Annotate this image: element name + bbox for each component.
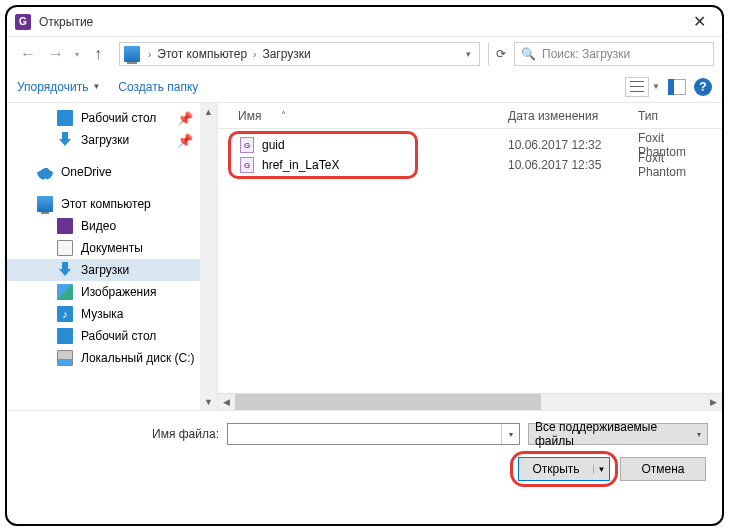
sidebar-item-label: Музыка <box>81 307 123 321</box>
filename-input[interactable]: ▾ <box>227 423 520 445</box>
sidebar-item[interactable]: Видео <box>7 215 201 237</box>
sidebar-item[interactable]: Документы <box>7 237 201 259</box>
download-icon <box>57 262 73 278</box>
column-date[interactable]: Дата изменения <box>498 103 628 128</box>
search-icon: 🔍 <box>521 47 536 61</box>
file-name: guid <box>262 138 285 152</box>
scroll-left-icon[interactable]: ◀ <box>218 394 235 410</box>
filetype-filter[interactable]: Все поддерживаемые файлы ▾ <box>528 423 708 445</box>
disk-icon <box>57 350 73 366</box>
sidebar-item-label: Видео <box>81 219 116 233</box>
chevron-down-icon: ▾ <box>697 430 701 439</box>
column-type-label: Тип <box>638 109 658 123</box>
search-input[interactable]: 🔍 Поиск: Загрузки <box>514 42 714 66</box>
up-icon[interactable]: ↑ <box>85 41 111 67</box>
scroll-thumb[interactable] <box>235 394 541 410</box>
column-type[interactable]: Тип <box>628 103 722 128</box>
desktop-icon <box>57 110 73 126</box>
scroll-down-icon[interactable]: ▼ <box>200 393 217 410</box>
help-icon[interactable]: ? <box>694 78 712 96</box>
file-row[interactable]: Ghref_in_LaTeX10.06.2017 12:35Foxit Phan… <box>218 155 722 175</box>
chevron-down-icon: ▼ <box>92 82 100 91</box>
chevron-right-icon: › <box>148 49 151 60</box>
docs-icon <box>57 240 73 256</box>
open-button[interactable]: Открыть ▼ <box>518 457 610 481</box>
sidebar-item-label: Документы <box>81 241 143 255</box>
filter-label: Все поддерживаемые файлы <box>535 420 693 448</box>
sidebar-scrollbar[interactable]: ▲ ▼ <box>200 103 217 410</box>
sidebar-item[interactable]: Загрузки <box>7 259 201 281</box>
pdf-file-icon: G <box>240 157 254 173</box>
filename-dropdown-icon[interactable]: ▾ <box>501 424 519 444</box>
pin-icon: 📌 <box>177 111 193 126</box>
organize-button[interactable]: Упорядочить ▼ <box>17 80 100 94</box>
sidebar-item-label: Изображения <box>81 285 156 299</box>
video-icon <box>57 218 73 234</box>
sidebar-item[interactable]: Изображения <box>7 281 201 303</box>
search-placeholder: Поиск: Загрузки <box>542 47 630 61</box>
forward-icon[interactable]: → <box>43 41 69 67</box>
sidebar-item-label: Рабочий стол <box>81 329 156 343</box>
preview-pane-icon[interactable] <box>668 79 686 95</box>
list-view-icon <box>625 77 649 97</box>
close-icon[interactable]: ✕ <box>677 7 722 37</box>
scroll-up-icon[interactable]: ▲ <box>200 103 217 120</box>
sidebar-item-label: Загрузки <box>81 263 129 277</box>
refresh-icon[interactable]: ⟳ <box>488 43 512 65</box>
column-name[interactable]: Имя ˄ <box>218 103 498 128</box>
images-icon <box>57 284 73 300</box>
scroll-right-icon[interactable]: ▶ <box>705 394 722 410</box>
filename-label: Имя файла: <box>21 427 219 441</box>
file-list: Gguid10.06.2017 12:32Foxit PhantomGhref_… <box>218 129 722 393</box>
sidebar-item[interactable]: OneDrive <box>7 161 201 183</box>
new-folder-label: Создать папку <box>118 80 198 94</box>
cancel-button[interactable]: Отмена <box>620 457 706 481</box>
dialog-window: G Открытие ✕ ← → ▾ ↑ › Этот компьютер › … <box>5 5 724 526</box>
pin-icon: 📌 <box>177 133 193 148</box>
horizontal-scrollbar[interactable]: ◀ ▶ <box>218 393 722 410</box>
sidebar-item[interactable]: Рабочий стол <box>7 325 201 347</box>
column-name-label: Имя <box>238 109 261 123</box>
new-folder-button[interactable]: Создать папку <box>118 80 198 94</box>
column-date-label: Дата изменения <box>508 109 598 123</box>
breadcrumb-root[interactable]: Этот компьютер <box>155 47 249 61</box>
open-label: Открыть <box>519 462 593 476</box>
sort-asc-icon: ˄ <box>281 110 286 121</box>
file-type: Foxit Phantom <box>628 151 722 179</box>
sidebar-item[interactable]: Этот компьютер <box>7 193 201 215</box>
sidebar-item-label: OneDrive <box>61 165 112 179</box>
desktop-icon <box>57 328 73 344</box>
history-dropdown-icon[interactable]: ▾ <box>71 50 83 59</box>
open-split-icon[interactable]: ▼ <box>593 465 609 474</box>
file-name: href_in_LaTeX <box>262 158 339 172</box>
chevron-right-icon: › <box>253 49 256 60</box>
chevron-down-icon: ▼ <box>652 82 660 91</box>
back-icon[interactable]: ← <box>15 41 41 67</box>
sidebar-item[interactable]: Рабочий стол📌 <box>7 107 201 129</box>
sidebar-item-label: Этот компьютер <box>61 197 151 211</box>
sidebar-item[interactable]: Музыка <box>7 303 201 325</box>
breadcrumb-current[interactable]: Загрузки <box>260 47 312 61</box>
app-icon: G <box>15 14 31 30</box>
footer: Имя файла: ▾ Все поддерживаемые файлы ▾ … <box>7 410 722 495</box>
sidebar-item[interactable]: Загрузки📌 <box>7 129 201 151</box>
titlebar: G Открытие ✕ <box>7 7 722 37</box>
organize-label: Упорядочить <box>17 80 88 94</box>
file-list-area: Имя ˄ Дата изменения Тип Gguid10.06.2017… <box>218 103 722 410</box>
sidebar-item-label: Рабочий стол <box>81 111 156 125</box>
chevron-down-icon[interactable]: ▾ <box>466 49 471 59</box>
toolbar: Упорядочить ▼ Создать папку ▼ ? <box>7 71 722 103</box>
file-date: 10.06.2017 12:32 <box>498 138 628 152</box>
sidebar: Рабочий стол📌Загрузки📌OneDriveЭтот компь… <box>7 103 218 410</box>
cancel-label: Отмена <box>641 462 684 476</box>
sidebar-item-label: Локальный диск (C:) <box>81 351 195 365</box>
window-title: Открытие <box>39 15 677 29</box>
pc-icon <box>124 46 140 62</box>
file-date: 10.06.2017 12:35 <box>498 158 628 172</box>
sidebar-item[interactable]: Локальный диск (C:) <box>7 347 201 369</box>
breadcrumb[interactable]: › Этот компьютер › Загрузки ▾ <box>119 42 480 66</box>
cloud-icon <box>37 164 53 180</box>
music-icon <box>57 306 73 322</box>
pdf-file-icon: G <box>240 137 254 153</box>
view-mode-button[interactable]: ▼ <box>625 77 660 97</box>
